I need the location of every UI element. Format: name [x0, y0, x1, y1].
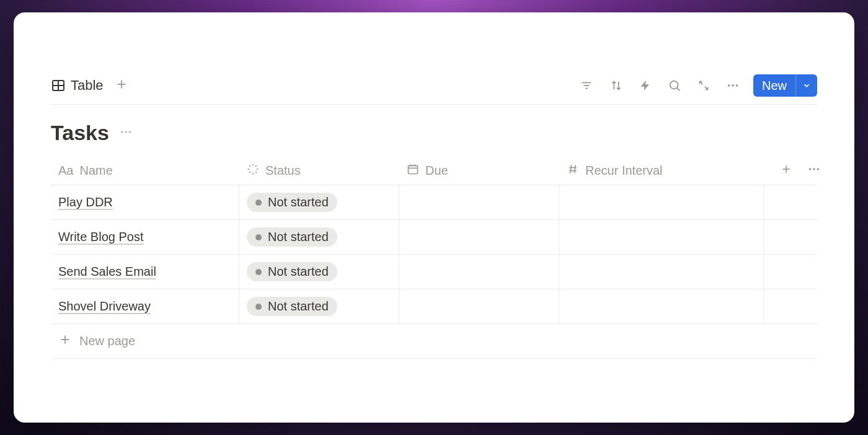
cell-status[interactable]: Not started	[239, 220, 399, 254]
new-button-dropdown[interactable]	[795, 74, 817, 97]
column-header-status[interactable]: Status	[239, 156, 399, 185]
cell-empty	[764, 185, 826, 219]
column-header-recur-interval[interactable]: Recur Interval	[559, 156, 764, 185]
view-tabs: Table	[51, 77, 128, 94]
plus-icon	[58, 333, 72, 349]
svg-line-22	[249, 172, 250, 173]
table-body: Play DDR Not started Write Blog Post Not…	[51, 185, 817, 359]
status-badge: Not started	[247, 227, 337, 247]
svg-point-13	[121, 131, 123, 133]
new-button[interactable]: New	[753, 74, 817, 97]
new-page-button[interactable]: New page	[51, 324, 817, 359]
status-type-icon	[247, 163, 259, 178]
app-window: Table N	[14, 12, 854, 423]
svg-point-35	[813, 168, 815, 170]
date-type-icon	[407, 163, 419, 178]
status-badge: Not started	[247, 193, 337, 212]
database-title-row: Tasks	[51, 121, 817, 145]
task-name-link[interactable]: Play DDR	[58, 195, 113, 209]
column-header-name[interactable]: Aa Name	[51, 156, 239, 185]
view-tab-table[interactable]: Table	[51, 77, 104, 94]
cell-name[interactable]: Write Blog Post	[51, 220, 239, 254]
add-view-button[interactable]	[115, 77, 128, 94]
view-header-row: Table N	[51, 74, 817, 105]
table-row[interactable]: Send Sales Email Not started	[51, 255, 817, 289]
svg-line-31	[575, 165, 576, 173]
cell-name[interactable]: Shovel Driveway	[51, 289, 239, 323]
cell-empty	[764, 255, 826, 289]
tasks-table: Aa Name Status Due Recur Interval	[51, 156, 817, 359]
status-label: Not started	[268, 265, 329, 279]
task-name-link[interactable]: Shovel Driveway	[58, 299, 151, 314]
column-header-actions	[764, 156, 826, 185]
cell-status[interactable]: Not started	[239, 289, 399, 323]
status-label: Not started	[268, 299, 329, 314]
cell-due[interactable]	[399, 220, 559, 254]
cell-recur-interval[interactable]	[559, 289, 764, 323]
status-badge: Not started	[247, 297, 337, 316]
cell-status[interactable]: Not started	[239, 255, 399, 289]
svg-line-30	[570, 165, 572, 173]
cell-recur-interval[interactable]	[559, 220, 764, 254]
status-label: Not started	[268, 230, 329, 244]
task-name-link[interactable]: Write Blog Post	[58, 230, 143, 244]
svg-point-34	[809, 168, 812, 170]
database-title[interactable]: Tasks	[51, 121, 109, 145]
automations-button[interactable]	[637, 76, 654, 95]
svg-line-23	[255, 165, 257, 167]
cell-empty	[764, 220, 826, 254]
svg-point-10	[728, 84, 730, 87]
expand-button[interactable]	[695, 77, 712, 94]
status-label: Not started	[268, 195, 329, 209]
cell-empty	[764, 289, 826, 323]
column-header-label: Due	[425, 164, 448, 178]
cell-due[interactable]	[399, 185, 559, 219]
view-toolbar: New	[577, 74, 817, 97]
cell-status[interactable]: Not started	[239, 185, 399, 219]
new-button-label: New	[753, 75, 795, 97]
task-name-link[interactable]: Send Sales Email	[58, 265, 156, 279]
svg-point-12	[736, 84, 738, 87]
table-row[interactable]: Write Blog Post Not started	[51, 220, 817, 255]
filter-button[interactable]	[577, 76, 596, 95]
svg-point-36	[817, 168, 820, 170]
cell-name[interactable]: Play DDR	[51, 185, 239, 219]
table-row[interactable]: Play DDR Not started	[51, 185, 817, 220]
column-header-label: Recur Interval	[585, 164, 663, 178]
status-badge: Not started	[247, 262, 337, 281]
cell-due[interactable]	[399, 255, 559, 289]
cell-recur-interval[interactable]	[559, 255, 764, 289]
column-header-label: Status	[265, 164, 301, 178]
more-options-button[interactable]	[724, 76, 742, 95]
svg-line-18	[249, 165, 250, 167]
svg-rect-24	[409, 165, 418, 174]
table-header-row: Aa Name Status Due Recur Interval	[51, 156, 817, 185]
status-dot-icon	[255, 304, 262, 310]
svg-point-11	[732, 84, 734, 87]
column-header-label: Name	[79, 164, 112, 178]
column-header-due[interactable]: Due	[399, 156, 559, 185]
svg-line-19	[255, 172, 257, 173]
database-title-more-button[interactable]	[119, 125, 133, 141]
status-dot-icon	[255, 200, 262, 206]
sort-button[interactable]	[607, 76, 626, 95]
cell-name[interactable]: Send Sales Email	[51, 255, 239, 289]
view-tab-label: Table	[71, 77, 104, 94]
number-type-icon	[567, 163, 579, 178]
table-row[interactable]: Shovel Driveway Not started	[51, 289, 817, 324]
svg-line-9	[677, 88, 680, 91]
search-button[interactable]	[665, 76, 684, 95]
svg-point-8	[670, 81, 678, 89]
cell-due[interactable]	[399, 289, 559, 323]
table-icon	[51, 78, 66, 93]
cell-recur-interval[interactable]	[559, 185, 764, 219]
column-options-button[interactable]	[807, 162, 821, 178]
status-dot-icon	[255, 234, 262, 240]
status-dot-icon	[255, 269, 262, 275]
add-column-button[interactable]	[780, 163, 792, 178]
svg-point-14	[125, 131, 127, 133]
new-page-label: New page	[79, 334, 135, 348]
svg-point-15	[128, 131, 131, 133]
text-type-icon: Aa	[58, 164, 73, 178]
